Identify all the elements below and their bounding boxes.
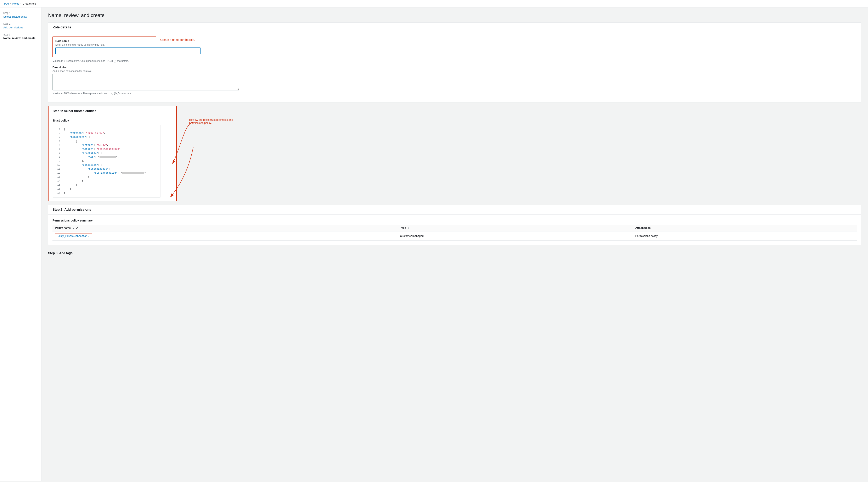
sidebar: Step 1 Select trusted entity Step 2 Add …	[0, 7, 41, 481]
page-title: Name, review, and create	[48, 12, 861, 18]
th-policy-name: Policy name ▲ ↗	[53, 224, 398, 231]
step1-section: Step 1: Select trusted entities Trust po…	[48, 106, 177, 201]
code-line-13: 13 }	[56, 175, 157, 179]
role-details-body: Role name Enter a meaningful name to ide…	[48, 32, 861, 102]
sidebar-step-1-link[interactable]: Select trusted entity	[3, 15, 27, 18]
table-header-row: Policy name ▲ ↗ Type ▼ Attached as	[53, 224, 857, 231]
policy-name-link[interactable]: Policy_PrivateConnection ...	[55, 234, 92, 238]
code-line-4: 4 {	[56, 139, 157, 143]
sidebar-step-1-number: Step 1	[3, 11, 38, 14]
table-row: Policy_PrivateConnection ... Customer ma…	[53, 231, 857, 241]
sidebar-step-1: Step 1 Select trusted entity	[3, 11, 38, 18]
role-name-label: Role name	[55, 39, 153, 42]
th-attached-as: Attached as	[633, 224, 857, 231]
trust-policy-title: Trust policy	[53, 119, 172, 122]
external-link-icon: ↗	[76, 227, 78, 229]
code-line-11: 11 "StringEquals": {	[56, 167, 157, 171]
step2-card-body: Permissions policy summary Policy name ▲…	[48, 215, 861, 245]
sidebar-step-3: Step 3 Name, review, and create	[3, 33, 38, 40]
code-line-9: 9 },	[56, 159, 157, 163]
sidebar-step-3-title: Name, review, and create	[3, 36, 38, 40]
breadcrumb-sep-1: ›	[10, 2, 11, 5]
breadcrumb-sep-2: ›	[21, 2, 21, 5]
sidebar-step-2-number: Step 2	[3, 22, 38, 25]
code-line-14: 14 }	[56, 179, 157, 183]
code-line-2: 2 "Version": "2012-10-17",	[56, 131, 157, 135]
sidebar-step-2: Step 2 Add permissions	[3, 22, 38, 29]
role-details-header: Role details	[48, 23, 861, 32]
code-line-1: 1 {	[56, 127, 157, 131]
role-name-section: Role name Enter a meaningful name to ide…	[53, 36, 156, 57]
description-hint: Add a short explanation for this role.	[53, 70, 857, 72]
th-type: Type ▼	[398, 224, 633, 231]
code-line-5: 5 "Effect": "Allow",	[56, 143, 157, 147]
code-line-17: 17 }	[56, 191, 157, 195]
code-line-7: 7 "Principal": {	[56, 151, 157, 155]
policy-type-cell: Customer managed	[398, 231, 633, 241]
role-name-char-hint: Maximum 64 characters. Use alphanumeric …	[53, 60, 857, 62]
breadcrumb: IAM › Roles › Create role	[0, 0, 868, 7]
step3-header: Step 3: Add tags	[48, 248, 861, 256]
role-name-hint: Enter a meaningful name to identify this…	[55, 43, 153, 46]
policy-attached-cell: Permissions policy	[633, 231, 857, 241]
review-annotation: Review the role's trusted entities and p…	[189, 118, 243, 124]
code-line-12: 12 "sts:ExternalId": " "	[56, 171, 157, 175]
description-group: Description Add a short explanation for …	[53, 66, 857, 95]
role-name-input[interactable]	[55, 48, 200, 54]
description-input[interactable]	[53, 74, 239, 90]
policy-name-cell: Policy_PrivateConnection ...	[53, 231, 398, 241]
sidebar-step-2-link[interactable]: Add permissions	[3, 26, 23, 29]
trust-policy-code: 1 { 2 "Version": "2012-10-17", 3 "Statem…	[53, 125, 160, 198]
code-line-8: 8 "AWS": " ",	[56, 155, 157, 159]
sidebar-step-3-number: Step 3	[3, 33, 38, 36]
code-line-6: 6 "Action": "sts:AssumeRole",	[56, 147, 157, 151]
description-char-hint: Maximum 1000 characters. Use alphanumeri…	[53, 92, 857, 95]
step2-card: Step 2: Add permissions Permissions poli…	[48, 205, 861, 245]
step1-section-body: Trust policy 1 { 2 "Version": "2012-10-1…	[49, 116, 176, 201]
annotation-area: Review the role's trusted entities and p…	[177, 106, 861, 189]
role-name-error-annotation: Create a name for the role.	[160, 38, 195, 41]
role-name-group: Role name Enter a meaningful name to ide…	[53, 36, 857, 62]
breadcrumb-current: Create role	[23, 2, 36, 5]
code-line-3: 3 "Statement": [	[56, 135, 157, 139]
code-line-10: 10 "Condition": {	[56, 163, 157, 167]
description-label: Description	[53, 66, 857, 69]
code-line-15: 15 }	[56, 183, 157, 187]
step1-section-header: Step 1: Select trusted entities	[49, 106, 176, 116]
breadcrumb-iam[interactable]: IAM	[4, 2, 9, 5]
sort-icon-type: ▼	[408, 227, 410, 229]
policy-table: Policy name ▲ ↗ Type ▼ Attached as	[53, 224, 857, 241]
main-content: Name, review, and create Role details Ro…	[41, 7, 868, 481]
breadcrumb-roles[interactable]: Roles	[12, 2, 19, 5]
sort-icon-policy: ▲	[72, 227, 74, 229]
role-details-card: Role details Role name Enter a meaningfu…	[48, 22, 861, 102]
permissions-title: Permissions policy summary	[53, 219, 857, 222]
code-line-16: 16 ]	[56, 187, 157, 191]
step2-card-header: Step 2: Add permissions	[48, 205, 861, 215]
step1-area: Step 1: Select trusted entities Trust po…	[48, 106, 861, 205]
